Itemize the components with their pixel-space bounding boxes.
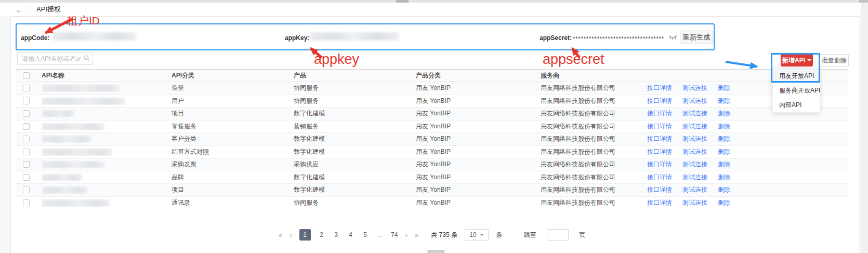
row-checkbox[interactable] bbox=[23, 187, 30, 193]
api-detail-link[interactable]: 接口详情 bbox=[647, 109, 672, 118]
row-checkbox[interactable] bbox=[23, 123, 30, 130]
delete-link[interactable]: 删除 bbox=[718, 122, 730, 131]
delete-link[interactable]: 删除 bbox=[718, 109, 730, 118]
api-category-cell: 项目 bbox=[172, 185, 294, 194]
api-detail-link[interactable]: 接口详情 bbox=[647, 198, 672, 207]
menu-item-provider-open-api[interactable]: 服务商开放API bbox=[773, 83, 820, 98]
page-number[interactable]: 3 bbox=[333, 231, 340, 238]
test-connection-link[interactable]: 测试连接 bbox=[682, 135, 707, 143]
page-number[interactable]: 2 bbox=[318, 231, 325, 238]
pagination: « ‹ 12345...74 › » 共 735 条 10 条 跳至 页 bbox=[16, 229, 848, 241]
window-bottom-pill bbox=[427, 250, 445, 253]
col-provider: 服务商 bbox=[541, 71, 647, 80]
back-icon[interactable]: ← bbox=[16, 6, 23, 14]
test-connection-link[interactable]: 测试连接 bbox=[682, 84, 707, 92]
api-detail-link[interactable]: 接口详情 bbox=[647, 148, 672, 156]
api-detail-link[interactable]: 接口详情 bbox=[647, 173, 672, 182]
api-detail-link[interactable]: 接口详情 bbox=[647, 160, 672, 169]
api-category-cell: 客户分类 bbox=[172, 135, 294, 143]
jump-page-input[interactable] bbox=[547, 229, 569, 241]
provider-cell: 用友网络科技股份有限公司 bbox=[541, 173, 647, 182]
page-number[interactable]: 5 bbox=[362, 231, 369, 238]
delete-link[interactable]: 删除 bbox=[718, 135, 730, 143]
api-detail-link[interactable]: 接口详情 bbox=[647, 122, 672, 131]
select-all-checkbox[interactable] bbox=[23, 72, 30, 79]
api-name-redacted bbox=[42, 199, 109, 207]
table-row: 结算方式对照 数字化建模 用友 YonBIP 用友网络科技股份有限公司 接口详情… bbox=[16, 146, 848, 159]
test-connection-link[interactable]: 测试连接 bbox=[682, 122, 707, 131]
page-size-select[interactable]: 10 bbox=[465, 229, 489, 241]
delete-link[interactable]: 删除 bbox=[718, 198, 730, 207]
page-number[interactable]: 74 bbox=[391, 231, 398, 238]
api-name-redacted bbox=[42, 187, 87, 194]
table-row: 零售服务 营销服务 用友 YonBIP 用友网络科技股份有限公司 接口详情 测试… bbox=[16, 121, 848, 134]
first-page-icon[interactable]: « bbox=[279, 231, 282, 239]
col-api-name: API名称 bbox=[42, 71, 172, 80]
delete-link[interactable]: 删除 bbox=[718, 84, 730, 92]
menu-item-internal-api[interactable]: 内部API bbox=[773, 98, 820, 112]
product-category-cell: 用友 YonBIP bbox=[416, 160, 541, 169]
provider-cell: 用友网络科技股份有限公司 bbox=[541, 109, 647, 118]
regenerate-secret-button[interactable]: 重新生成 bbox=[680, 31, 713, 44]
add-api-button[interactable]: 新增API bbox=[781, 54, 813, 66]
test-connection-link[interactable]: 测试连接 bbox=[682, 198, 707, 207]
row-checkbox[interactable] bbox=[23, 85, 30, 91]
row-checkbox[interactable] bbox=[23, 149, 30, 155]
test-connection-link[interactable]: 测试连接 bbox=[682, 109, 707, 118]
page-number-list: 12345...74 bbox=[299, 229, 398, 241]
product-cell: 营销服务 bbox=[294, 122, 416, 131]
api-detail-link[interactable]: 接口详情 bbox=[647, 97, 672, 105]
row-checkbox[interactable] bbox=[23, 174, 30, 181]
api-detail-link[interactable]: 接口详情 bbox=[647, 135, 672, 143]
test-connection-link[interactable]: 测试连接 bbox=[682, 97, 707, 105]
batch-delete-button[interactable]: 批量删除 bbox=[820, 54, 849, 66]
row-checkbox[interactable] bbox=[23, 161, 30, 168]
page-size-value: 10 bbox=[469, 231, 476, 238]
page-number[interactable]: 1 bbox=[299, 229, 311, 241]
api-category-cell: 品牌 bbox=[172, 173, 294, 182]
delete-link[interactable]: 删除 bbox=[718, 173, 730, 182]
test-connection-link[interactable]: 测试连接 bbox=[682, 173, 707, 182]
product-category-cell: 用友 YonBIP bbox=[416, 84, 541, 92]
table-row: 用户 协同服务 用友 YonBIP 用友网络科技股份有限公司 接口详情 测试连接… bbox=[16, 95, 848, 108]
product-cell: 协同服务 bbox=[294, 198, 416, 207]
delete-link[interactable]: 删除 bbox=[718, 160, 730, 169]
jump-to-label: 跳至 bbox=[524, 231, 536, 239]
prev-page-icon[interactable]: ‹ bbox=[290, 231, 292, 239]
provider-cell: 用友网络科技股份有限公司 bbox=[541, 198, 647, 207]
page-number[interactable]: 4 bbox=[347, 231, 354, 238]
product-cell: 数字化建模 bbox=[294, 173, 416, 182]
table-row: 项目 数字化建模 用友 YonBIP 用友网络科技股份有限公司 接口详情 测试连… bbox=[16, 108, 848, 121]
api-name-redacted bbox=[42, 98, 125, 105]
menu-item-yonyou-open-api[interactable]: 用友开放API bbox=[773, 69, 820, 83]
eye-closed-icon[interactable] bbox=[668, 34, 677, 42]
test-connection-link[interactable]: 测试连接 bbox=[682, 160, 707, 169]
test-connection-link[interactable]: 测试连接 bbox=[682, 148, 707, 156]
row-checkbox[interactable] bbox=[23, 98, 30, 104]
api-name-redacted bbox=[42, 136, 91, 143]
delete-link[interactable]: 删除 bbox=[718, 148, 730, 156]
api-detail-link[interactable]: 接口详情 bbox=[647, 84, 672, 92]
product-category-cell: 用友 YonBIP bbox=[416, 122, 541, 131]
row-checkbox[interactable] bbox=[23, 136, 30, 142]
appsecret-value-masked: ********************************** bbox=[573, 35, 664, 43]
api-category-cell: 结算方式对照 bbox=[172, 148, 294, 156]
search-input[interactable] bbox=[17, 52, 93, 65]
product-category-cell: 用友 YonBIP bbox=[416, 135, 541, 143]
last-page-icon[interactable]: » bbox=[415, 231, 418, 239]
delete-link[interactable]: 删除 bbox=[718, 97, 730, 105]
search-icon[interactable] bbox=[84, 55, 90, 63]
test-connection-link[interactable]: 测试连接 bbox=[682, 185, 707, 194]
row-checkbox[interactable] bbox=[23, 199, 30, 206]
product-cell: 协同服务 bbox=[294, 97, 416, 105]
api-name-redacted bbox=[42, 110, 74, 117]
api-category-cell: 免登 bbox=[172, 84, 294, 92]
delete-link[interactable]: 删除 bbox=[718, 185, 730, 194]
api-category-cell: 用户 bbox=[172, 97, 294, 105]
api-detail-link[interactable]: 接口详情 bbox=[647, 185, 672, 194]
row-checkbox[interactable] bbox=[23, 110, 30, 117]
appsecret-label: appSecret: bbox=[540, 34, 572, 42]
next-page-icon[interactable]: › bbox=[405, 231, 407, 239]
header-divider bbox=[30, 6, 30, 13]
appkey-label: appKey: bbox=[285, 34, 309, 42]
